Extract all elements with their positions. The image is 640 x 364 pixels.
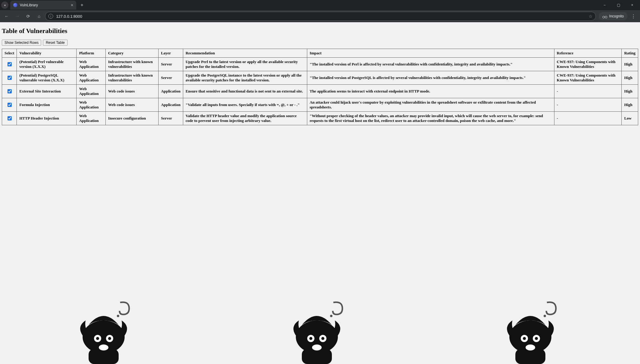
address-bar[interactable]: i ☆ (45, 12, 596, 21)
home-button[interactable]: ⌂ (34, 11, 44, 21)
row-select-checkbox[interactable] (8, 76, 12, 80)
row-select-checkbox[interactable] (8, 62, 12, 66)
select-cell (2, 85, 17, 98)
cell-rating: High (622, 58, 638, 71)
cell-rating: High (622, 98, 638, 112)
cell-impact: "The installed version of PostgreSQL is … (307, 71, 554, 85)
browser-menu-button[interactable]: ⋮ (629, 11, 638, 21)
browser-tab[interactable]: VulnLibrary × (10, 1, 76, 10)
table-row: Formula InjectionWeb ApplicationWeb code… (2, 98, 638, 112)
favicon-icon (13, 3, 17, 7)
tab-search-button[interactable]: ▾ (1, 2, 8, 9)
cell-vulnerability: HTTP Header Injection (17, 112, 77, 125)
cell-reference: - (554, 112, 622, 125)
table-row: (Potential) Perl vulnerable version (X.X… (2, 58, 638, 71)
cell-category: Web code issues (105, 98, 158, 112)
incognito-chip[interactable]: Incognito (599, 12, 627, 20)
cell-impact: An attacker could hijack user's computer… (307, 98, 554, 112)
cell-category: Infrastructure with known vulnerabilitie… (105, 58, 158, 71)
select-cell (2, 71, 17, 85)
cell-rating: High (622, 85, 638, 98)
close-window-button[interactable]: × (626, 1, 639, 10)
svg-point-4 (99, 344, 108, 350)
col-impact: Impact (307, 49, 554, 58)
vulnerabilities-table: Select Vulnerability Platform Category L… (2, 49, 638, 125)
cell-rating: High (622, 71, 638, 85)
page-title: Table of Vulnerabilities (2, 27, 638, 35)
col-rating: Rating (622, 49, 638, 58)
cell-impact: The application seems to interact with e… (307, 85, 554, 98)
svg-point-10 (307, 335, 314, 342)
svg-rect-9 (302, 349, 332, 364)
close-tab-icon[interactable]: × (71, 3, 73, 8)
illustration-icon (68, 286, 146, 364)
row-select-checkbox[interactable] (8, 89, 12, 93)
cell-rating: Low (622, 112, 638, 125)
svg-point-0 (83, 320, 125, 353)
show-selected-button[interactable]: Show Selected Rows (2, 40, 41, 46)
browser-chrome: ▾ VulnLibrary × + − ▢ × ← → ⟳ ⌂ i ☆ Inco… (0, 0, 640, 22)
table-row: HTTP Header InjectionWeb ApplicationInse… (2, 112, 638, 125)
svg-point-5 (96, 337, 99, 340)
cell-platform: Web Application (77, 85, 106, 98)
maximize-button[interactable]: ▢ (612, 1, 625, 10)
svg-point-3 (106, 335, 113, 342)
cell-vulnerability: External Site Interaction (17, 85, 77, 98)
svg-rect-17 (515, 349, 545, 364)
table-header-row: Select Vulnerability Platform Category L… (2, 49, 638, 58)
back-button[interactable]: ← (2, 11, 11, 21)
bookmark-icon[interactable]: ☆ (589, 14, 593, 19)
row-select-checkbox[interactable] (8, 116, 12, 120)
table-row: (Potential) PostgreSQL vulnerable versio… (2, 71, 638, 85)
reload-button[interactable]: ⟳ (23, 11, 33, 21)
svg-point-19 (533, 335, 540, 342)
svg-point-12 (312, 344, 322, 350)
incognito-label: Incognito (609, 14, 624, 18)
new-tab-button[interactable]: + (78, 1, 86, 9)
col-vulnerability: Vulnerability (17, 49, 77, 58)
illustration-icon (494, 286, 572, 364)
select-cell (2, 112, 17, 125)
svg-point-15 (330, 315, 332, 317)
col-platform: Platform (77, 49, 106, 58)
cell-category: Web code issues (105, 85, 158, 98)
cell-recommendation: "Validate all inputs from users. Special… (183, 98, 307, 112)
svg-point-6 (108, 337, 111, 340)
cell-reference: - (554, 85, 622, 98)
site-info-icon[interactable]: i (48, 14, 53, 19)
minimize-button[interactable]: − (598, 1, 611, 10)
svg-point-11 (319, 335, 326, 342)
incognito-icon (602, 15, 607, 18)
cell-recommendation: Ensure that sensitive and functional dat… (183, 85, 307, 98)
svg-point-8 (296, 320, 338, 353)
cell-category: Infrastructure with known vulnerabilitie… (105, 71, 158, 85)
cell-recommendation: Upgrade Perl to the latest version or ap… (183, 58, 307, 71)
svg-point-13 (309, 337, 312, 340)
cell-recommendation: Upgrade the PostgreSQL instance to the l… (183, 71, 307, 85)
page-content: Table of Vulnerabilities Show Selected R… (0, 22, 640, 128)
window-controls: − ▢ × (598, 1, 639, 10)
illustration-row (0, 286, 640, 364)
reset-table-button[interactable]: Reset Table (43, 40, 67, 46)
cell-platform: Web Application (77, 112, 106, 125)
cell-layer: Server (158, 58, 183, 71)
toolbar: ← → ⟳ ⌂ i ☆ Incognito ⋮ (0, 10, 640, 22)
select-cell (2, 58, 17, 71)
cell-vulnerability: (Potential) Perl vulnerable version (X.X… (17, 58, 77, 71)
cell-platform: Web Application (77, 98, 106, 112)
tab-title: VulnLibrary (20, 3, 68, 7)
row-select-checkbox[interactable] (8, 103, 12, 107)
svg-point-21 (523, 337, 526, 340)
svg-point-18 (521, 335, 528, 342)
forward-button[interactable]: → (13, 11, 22, 21)
illustration-icon (281, 286, 359, 364)
action-buttons: Show Selected Rows Reset Table (2, 40, 638, 46)
svg-point-16 (509, 320, 551, 353)
url-input[interactable] (56, 14, 586, 19)
col-category: Category (105, 49, 158, 58)
svg-point-7 (117, 315, 119, 317)
cell-recommendation: Validate the HTTP header value and modif… (183, 112, 307, 125)
cell-vulnerability: (Potential) PostgreSQL vulnerable versio… (17, 71, 77, 85)
cell-layer: Server (158, 71, 183, 85)
select-cell (2, 98, 17, 112)
